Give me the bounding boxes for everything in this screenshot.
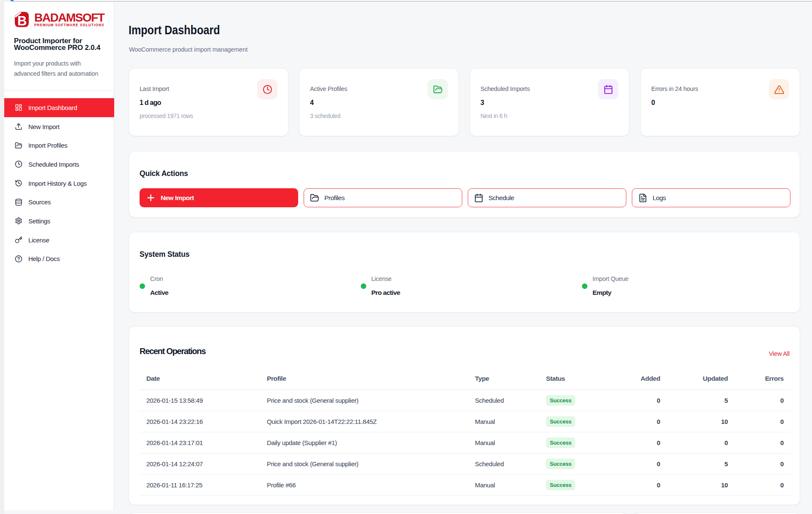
svg-text:B: B <box>17 14 27 27</box>
